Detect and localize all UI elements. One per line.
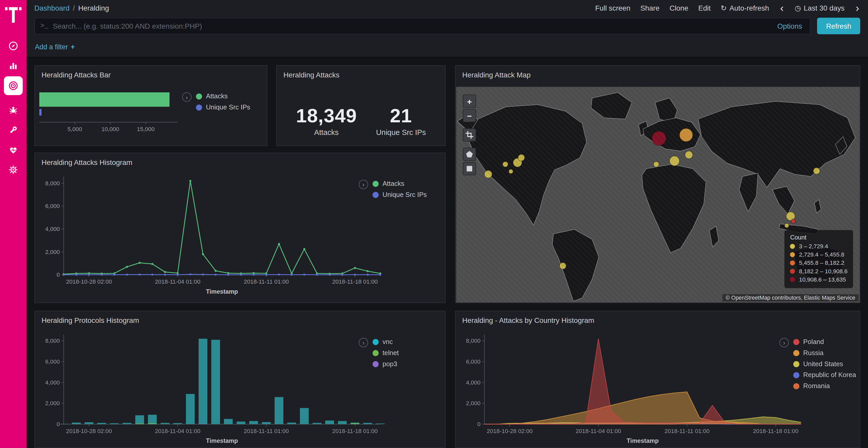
sidebar-item-tools[interactable] (0, 120, 27, 140)
legend-label: Attacks (382, 180, 404, 187)
map-zoom-out-button[interactable]: − (463, 109, 476, 122)
legend-dot (790, 277, 795, 282)
svg-text:4,000: 4,000 (45, 226, 60, 232)
legend-label: 5,455.8 – 8,182.2 (799, 260, 844, 266)
protocols-bar-chart: 02,0004,0006,0008,0002018-10-28 02:00201… (39, 330, 388, 448)
metric-attacks: 18,349 Attacks (296, 105, 357, 137)
filter-bar: Add a filter+ (27, 36, 868, 57)
map-draw-polygon-button[interactable] (463, 148, 476, 161)
legend-item[interactable]: 10,908.6 – 13,635 (790, 276, 847, 283)
svg-text:2,000: 2,000 (466, 400, 480, 407)
breadcrumb: Dashboard / Heralding (34, 4, 109, 12)
refresh-button[interactable]: Refresh (817, 18, 860, 34)
svg-text:2018-11-11 01:00: 2018-11-11 01:00 (664, 428, 709, 434)
svg-text:2018-11-11 01:00: 2018-11-11 01:00 (244, 428, 289, 434)
world-map[interactable]: + − Count 3 – 2,729.42,729.4 – (456, 87, 860, 303)
legend-expand-icon[interactable]: › (779, 338, 789, 347)
spider-icon (8, 105, 18, 115)
legend-expand-icon[interactable]: › (359, 180, 368, 189)
legend: › PolandRussiaUnited StatesRepublic of K… (779, 338, 856, 393)
time-back-arrow[interactable]: ‹ (779, 3, 785, 13)
legend-item[interactable]: Unique Src IPs (196, 103, 250, 111)
svg-text:2018-10-28 02:00: 2018-10-28 02:00 (66, 278, 112, 285)
legend-dot (793, 350, 800, 356)
legend-label: vnc (382, 338, 393, 346)
sidebar-item-settings[interactable] (0, 160, 27, 180)
svg-text:10,000: 10,000 (101, 126, 119, 132)
legend-label: Russia (803, 349, 824, 357)
legend-item[interactable]: 5,455.8 – 8,182.2 (790, 260, 847, 266)
legend-dot (373, 350, 379, 356)
crop-icon (466, 131, 473, 139)
legend-dot (373, 192, 379, 198)
add-filter-link[interactable]: Add a filter+ (35, 43, 75, 50)
wrench-icon (8, 125, 18, 135)
legend-item[interactable]: Russia (793, 349, 856, 357)
legend-dot (373, 181, 379, 187)
clock-icon: ◷ (795, 4, 801, 12)
time-range-picker[interactable]: ◷ Last 30 days (795, 4, 844, 12)
top-navbar: Dashboard / Heralding Full screen Share … (27, 0, 868, 15)
legend-item[interactable]: Attacks (373, 180, 427, 187)
svg-text:2018-11-18 01:00: 2018-11-18 01:00 (332, 428, 378, 434)
svg-text:Timestamp: Timestamp (206, 288, 238, 295)
panel-title: Heralding Attacks (277, 66, 445, 81)
legend-item[interactable]: 8,182.2 – 10,908.6 (790, 268, 847, 274)
sidebar-item-dashboards-active[interactable] (0, 76, 27, 96)
full-screen-button[interactable]: Full screen (595, 4, 630, 12)
legend-item[interactable]: Poland (793, 338, 856, 346)
query-options-link[interactable]: Options (775, 22, 804, 30)
legend-item[interactable]: Attacks (196, 92, 250, 100)
panel-title: Heralding Attacks Bar (35, 66, 267, 81)
legend-item[interactable]: United States (793, 360, 856, 368)
sidebar-item-visualize[interactable] (0, 56, 27, 76)
sidebar-item-overview[interactable] (0, 36, 27, 56)
legend-expand-icon[interactable]: › (359, 338, 368, 347)
share-button[interactable]: Share (641, 4, 659, 12)
svg-text:8,000: 8,000 (45, 338, 60, 344)
legend: › AttacksUnique Src IPs (182, 92, 250, 114)
svg-text:2018-10-28 02:00: 2018-10-28 02:00 (66, 428, 112, 434)
map-legend-title: Count (790, 234, 847, 241)
time-forward-arrow[interactable]: › (855, 3, 860, 13)
legend-label: 3 – 2,729.4 (799, 243, 828, 249)
metric-value: 21 (376, 105, 426, 127)
sidebar-item-attack-map[interactable] (0, 100, 27, 120)
auto-refresh-button[interactable]: ↻ Auto-refresh (721, 4, 769, 12)
edit-button[interactable]: Edit (698, 4, 711, 12)
metric-value: 18,349 (296, 105, 357, 127)
svg-text:2018-11-04 01:00: 2018-11-04 01:00 (576, 428, 621, 434)
legend-item[interactable]: telnet (373, 349, 399, 357)
map-fit-data-button[interactable] (463, 128, 476, 141)
legend-item[interactable]: 2,729.4 – 5,455.8 (790, 251, 847, 258)
map-attribution[interactable]: © OpenStreetMap contributors, Elastic Ma… (722, 294, 859, 302)
metric-label: Unique Src IPs (376, 128, 426, 137)
svg-text:2018-11-11 01:00: 2018-11-11 01:00 (244, 278, 289, 285)
legend-item[interactable]: 3 – 2,729.4 (790, 243, 847, 249)
breadcrumb-dashboard-link[interactable]: Dashboard (34, 4, 69, 12)
kibana-heralding-dashboard: Dashboard / Heralding Full screen Share … (0, 0, 868, 448)
plus-icon: + (71, 43, 75, 50)
panel-heralding-protocols-histogram: Heralding Protocols Histogram 02,0004,00… (34, 311, 445, 448)
metric-label: Attacks (296, 128, 357, 137)
svg-text:0: 0 (57, 272, 60, 278)
clone-button[interactable]: Clone (670, 4, 688, 12)
legend-item[interactable]: vnc (373, 338, 399, 346)
legend-item[interactable]: Republic of Korea (793, 371, 856, 379)
legend-label: Republic of Korea (803, 371, 856, 379)
search-input[interactable] (53, 22, 771, 30)
legend-label: Unique Src IPs (206, 103, 250, 111)
svg-text:8,000: 8,000 (466, 338, 480, 344)
map-zoom-in-button[interactable]: + (463, 95, 476, 108)
legend-expand-icon[interactable]: › (182, 92, 191, 102)
panel-title: Heralding Attacks Histogram (35, 153, 445, 169)
legend-item[interactable]: Unique Src IPs (373, 191, 427, 199)
legend-item[interactable]: Romania (793, 382, 856, 390)
legend-item[interactable]: pop3 (373, 360, 399, 368)
legend-label: Attacks (206, 92, 227, 100)
telekom-logo[interactable] (5, 5, 22, 25)
sidebar-item-health[interactable] (0, 140, 27, 160)
panel-heralding-attacks-metric: Heralding Attacks 18,349 Attacks 21 Uniq… (276, 65, 445, 146)
map-draw-rectangle-button[interactable] (463, 162, 476, 175)
breadcrumb-current: Heralding (78, 4, 109, 12)
